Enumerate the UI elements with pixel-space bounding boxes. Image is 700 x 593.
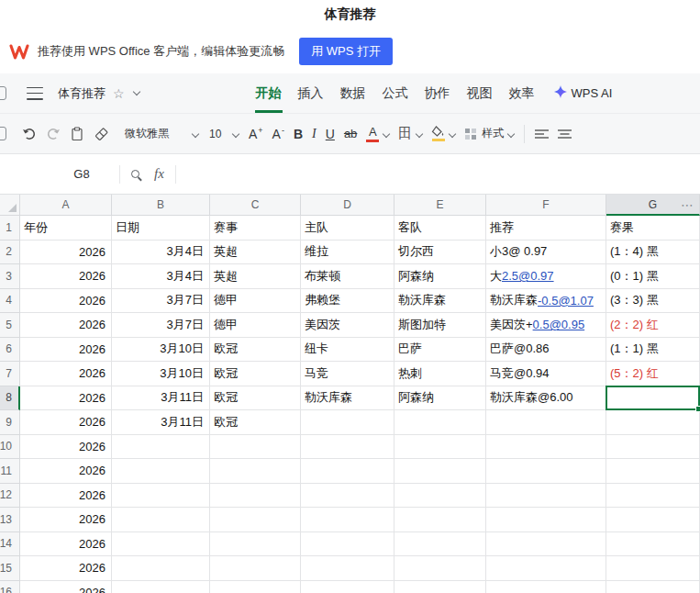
cell-A13[interactable]: 2026 — [20, 508, 112, 532]
cell-B3[interactable]: 3月4日 — [112, 264, 210, 289]
cell-F13[interactable] — [486, 508, 606, 532]
column-header-C[interactable]: C — [210, 195, 301, 216]
cell-D11[interactable] — [301, 459, 394, 484]
cell-A4[interactable]: 2026 — [20, 289, 112, 314]
cell-C1[interactable]: 赛事 — [210, 216, 301, 241]
hamburger-menu-button[interactable] — [27, 87, 43, 100]
cell-F9[interactable] — [486, 410, 606, 435]
increase-font-button[interactable]: A+ — [244, 120, 268, 148]
cell-E9[interactable] — [394, 410, 486, 435]
row-header-1[interactable]: 1 — [0, 216, 20, 241]
row-header-10[interactable]: 10 — [0, 435, 20, 460]
cell-E2[interactable]: 切尔西 — [394, 241, 486, 265]
cell-A7[interactable]: 2026 — [20, 362, 112, 386]
tab-home[interactable]: 开始 — [248, 73, 290, 113]
cell-B5[interactable]: 3月7日 — [112, 313, 210, 338]
cell-A10[interactable]: 2026 — [20, 435, 112, 460]
cell-G15[interactable] — [606, 556, 700, 581]
cell-D14[interactable] — [301, 532, 394, 557]
wps-ai-button[interactable]: WPS AI — [554, 85, 613, 101]
cell-B14[interactable] — [112, 532, 210, 557]
name-box[interactable]: G8 — [0, 154, 119, 194]
cell-G12[interactable] — [606, 484, 700, 509]
font-size-select[interactable]: 10 — [204, 120, 244, 148]
cell-E5[interactable]: 斯图加特 — [394, 313, 486, 338]
cell-C15[interactable] — [210, 556, 301, 581]
decrease-font-button[interactable]: A- — [268, 120, 289, 148]
chevron-down-icon[interactable] — [132, 88, 139, 95]
cell-C13[interactable] — [210, 508, 301, 532]
cell-A3[interactable]: 2026 — [20, 264, 112, 289]
cell-B12[interactable] — [112, 484, 210, 509]
tab-collaborate[interactable]: 协作 — [417, 73, 459, 113]
cell-C6[interactable]: 欧冠 — [210, 338, 301, 363]
cell-B16[interactable] — [112, 581, 210, 593]
cell-F8[interactable]: 勒沃库森@6.00 — [486, 386, 606, 411]
cell-E4[interactable]: 勒沃库森 — [394, 289, 486, 314]
cell-G2[interactable]: (1：4) 黑 — [606, 241, 700, 265]
cell-D2[interactable]: 维拉 — [301, 241, 394, 265]
cell-D12[interactable] — [301, 484, 394, 509]
cell-D15[interactable] — [301, 556, 394, 581]
cell-G1[interactable]: 赛果 — [606, 216, 700, 241]
row-header-3[interactable]: 3 — [0, 264, 20, 289]
format-painter-button[interactable] — [89, 120, 114, 148]
cell-G7[interactable]: (5：2) 红 — [606, 362, 700, 386]
cell-B8[interactable]: 3月11日 — [112, 386, 210, 411]
cell-A11[interactable]: 2026 — [20, 459, 112, 484]
font-color-button[interactable]: A — [361, 120, 394, 148]
cell-A2[interactable]: 2026 — [20, 241, 112, 265]
cell-B9[interactable]: 3月11日 — [112, 410, 210, 435]
cell-A15[interactable]: 2026 — [20, 556, 112, 581]
underline-button[interactable]: U — [321, 120, 339, 148]
cell-G8[interactable] — [606, 386, 700, 411]
cell-B7[interactable]: 3月10日 — [112, 362, 210, 386]
cell-B13[interactable] — [112, 508, 210, 532]
bold-button[interactable]: B — [289, 120, 307, 148]
cell-D13[interactable] — [301, 508, 394, 532]
cell-F4[interactable]: 勒沃库森-0.5@1.07 — [486, 289, 606, 314]
cell-F2[interactable]: 小3@ 0.97 — [486, 241, 606, 265]
cell-G6[interactable]: (1：1) 黑 — [606, 338, 700, 363]
cell-C11[interactable] — [210, 459, 301, 484]
tab-efficiency[interactable]: 效率 — [501, 73, 543, 113]
cell-A9[interactable]: 2026 — [20, 410, 112, 435]
tab-data[interactable]: 数据 — [332, 73, 374, 113]
cell-C9[interactable]: 欧冠 — [210, 410, 301, 435]
paste-button[interactable] — [65, 120, 89, 148]
fx-button[interactable]: fx — [154, 166, 164, 182]
open-in-wps-button[interactable]: 用 WPS 打开 — [299, 38, 393, 65]
strikethrough-button[interactable]: ab — [339, 120, 361, 148]
row-header-11[interactable]: 11 — [0, 459, 20, 484]
align-left-button[interactable] — [530, 120, 553, 148]
italic-button[interactable]: I — [307, 120, 321, 148]
row-header-8[interactable]: 8 — [0, 386, 20, 411]
cell-G10[interactable] — [606, 435, 700, 460]
cell-F11[interactable] — [486, 459, 606, 484]
cell-A16[interactable]: 2026 — [20, 581, 112, 593]
cell-D3[interactable]: 布莱顿 — [301, 264, 394, 289]
cell-C10[interactable] — [210, 435, 301, 460]
cell-B2[interactable]: 3月4日 — [112, 241, 210, 265]
column-header-B[interactable]: B — [112, 195, 210, 216]
cell-E8[interactable]: 阿森纳 — [394, 386, 486, 411]
cell-E7[interactable]: 热刺 — [394, 362, 486, 386]
cell-F14[interactable] — [486, 532, 606, 557]
clipped-left-icon[interactable] — [0, 86, 6, 100]
cell-G14[interactable] — [606, 532, 700, 557]
cell-C12[interactable] — [210, 484, 301, 509]
column-header-E[interactable]: E — [394, 195, 486, 216]
cell-F6[interactable]: 巴萨@0.86 — [486, 338, 606, 363]
borders-button[interactable]: 田 — [394, 120, 427, 148]
cell-F1[interactable]: 推荐 — [486, 216, 606, 241]
cell-C7[interactable]: 欧冠 — [210, 362, 301, 386]
clipped-toolbar-icon[interactable] — [0, 127, 6, 140]
column-header-F[interactable]: F — [486, 195, 606, 216]
tab-formula[interactable]: 公式 — [374, 73, 417, 113]
cell-D8[interactable]: 勒沃库森 — [301, 386, 394, 411]
cell-A8[interactable]: 2026 — [20, 386, 112, 411]
cell-C4[interactable]: 德甲 — [210, 289, 301, 314]
row-header-14[interactable]: 14 — [0, 532, 20, 557]
cell-F16[interactable] — [486, 581, 606, 593]
row-header-6[interactable]: 6 — [0, 338, 20, 363]
